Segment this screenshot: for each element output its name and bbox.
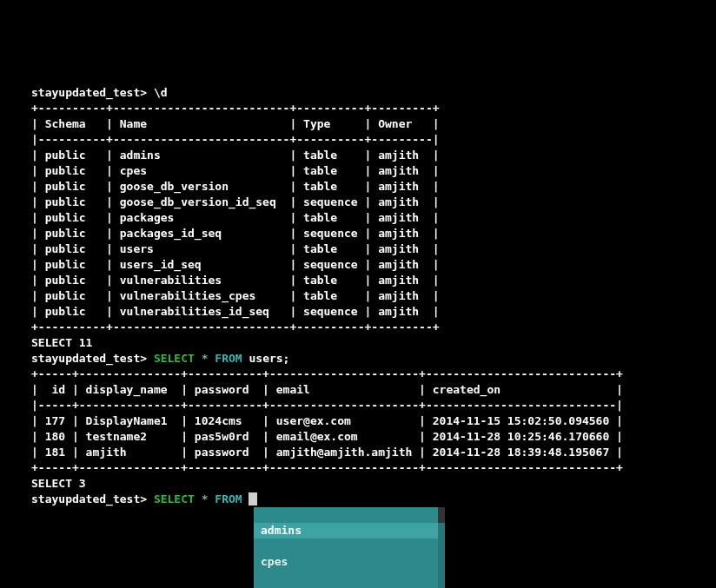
table-row: | public | cpes | table | amjith | [31,164,440,177]
db-prompt: stayupdated_test> [31,86,147,99]
scrollbar-thumb[interactable] [438,507,445,523]
command-text: \d [154,86,168,99]
db-prompt: stayupdated_test> [31,352,147,365]
table-border: +----------+--------------------------+-… [31,102,440,115]
table-row: | public | vulnerabilities_cpes | table … [31,289,440,302]
table-row: | 177 | DisplayName1 | 1024cms | user@ex… [31,414,623,427]
sql-keyword-from: FROM [215,352,242,365]
table-border: +-----+---------------+-----------+-----… [31,367,623,380]
db-prompt: stayupdated_test> [31,492,147,505]
sql-star: * [202,492,209,505]
table-row: | public | packages_id_seq | sequence | … [31,227,440,240]
table-row: | public | admins | table | amjith | [31,149,440,162]
result-status: SELECT 11 [31,336,92,349]
table-row: | public | vulnerabilities_id_seq | sequ… [31,305,440,318]
table-row: | 181 | amjith | password | amjith@amjit… [31,446,623,459]
prompt-line-2: stayupdated_test> SELECT * FROM users; [31,352,289,365]
table-row: | public | goose_db_version | table | am… [31,180,440,193]
autocomplete-item[interactable]: admins [254,523,445,538]
terminal-output: stayupdated_test> \d +----------+-------… [31,69,716,507]
table-row: | public | users_id_seq | sequence | amj… [31,258,440,271]
table-header: | Schema | Name | Type | Owner | [31,117,440,130]
table-border: |-----+---------------+-----------+-----… [31,399,623,412]
prompt-line-3[interactable]: stayupdated_test> SELECT * FROM [31,492,257,505]
table-border: +-----+---------------+-----------+-----… [31,461,623,474]
sql-tail: users; [249,352,289,365]
table-border: +----------+--------------------------+-… [31,320,440,334]
table-row: | public | vulnerabilities | table | amj… [31,274,440,287]
table-row: | public | goose_db_version_id_seq | seq… [31,195,440,208]
sql-keyword-from: FROM [215,492,242,505]
table-header: | id | display_name | password | email |… [31,383,623,396]
prompt-line-1: stayupdated_test> \d [31,86,168,99]
table-row: | 180 | testname2 | pas5w0rd | email@ex.… [31,430,623,443]
table-row: | public | packages | table | amjith | [31,211,440,224]
cursor[interactable] [249,492,257,505]
table-row: | public | users | table | amjith | [31,242,440,255]
autocomplete-scrollbar[interactable] [438,507,445,588]
result-status: SELECT 3 [31,477,86,490]
sql-keyword-select: SELECT [154,352,195,365]
autocomplete-popup[interactable]: admins cpes goose_db_version packages us… [254,507,445,588]
sql-keyword-select: SELECT [154,492,195,505]
table-border: |----------+--------------------------+-… [31,133,440,146]
sql-star: * [202,352,209,365]
autocomplete-item[interactable]: cpes [254,554,445,570]
